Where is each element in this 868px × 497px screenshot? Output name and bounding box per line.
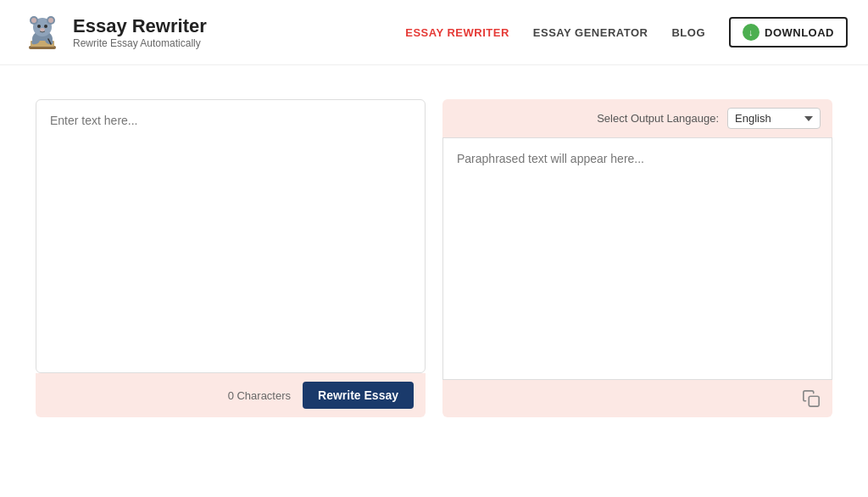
copy-icon[interactable] [802,389,821,408]
left-footer: 0 Characters Rewrite Essay [36,373,426,417]
right-panel: Select Output Langauge: English Spanish … [442,99,832,417]
svg-rect-14 [809,396,819,406]
char-count: 0 Characters [228,389,291,402]
nav: ESSAY REWRITER ESSAY GENERATOR BLOG ↓ DO… [405,17,848,47]
lang-label: Select Output Langauge: [597,112,719,125]
main-content: 0 Characters Rewrite Essay Select Output… [0,65,868,438]
output-box [442,137,832,380]
input-box [36,99,426,373]
rewrite-essay-button[interactable]: Rewrite Essay [303,382,414,409]
download-label: DOWNLOAD [765,26,834,39]
download-icon: ↓ [743,24,760,41]
svg-point-4 [31,18,36,23]
logo-subtitle: Rewrite Essay Automatically [73,37,207,49]
svg-point-8 [40,28,45,31]
nav-essay-generator[interactable]: ESSAY GENERATOR [533,26,648,39]
logo-text-area: Essay Rewriter Rewrite Essay Automatical… [73,15,207,49]
logo-area: Essay Rewriter Rewrite Essay Automatical… [20,10,207,54]
svg-point-7 [44,25,47,28]
header: Essay Rewriter Rewrite Essay Automatical… [0,0,868,65]
nav-essay-rewriter[interactable]: ESSAY REWRITER [405,26,509,39]
download-button[interactable]: ↓ DOWNLOAD [729,17,848,47]
language-select[interactable]: English Spanish French German Italian Po… [727,108,821,129]
right-footer [442,380,832,417]
logo-mascot-icon [20,10,64,54]
left-panel: 0 Characters Rewrite Essay [36,99,426,417]
svg-point-6 [37,25,41,28]
nav-blog[interactable]: BLOG [671,26,705,39]
essay-input[interactable] [36,100,425,338]
essay-output[interactable] [443,138,832,376]
svg-point-5 [48,18,53,23]
logo-title: Essay Rewriter [73,15,207,37]
right-top-bar: Select Output Langauge: English Spanish … [442,99,832,137]
